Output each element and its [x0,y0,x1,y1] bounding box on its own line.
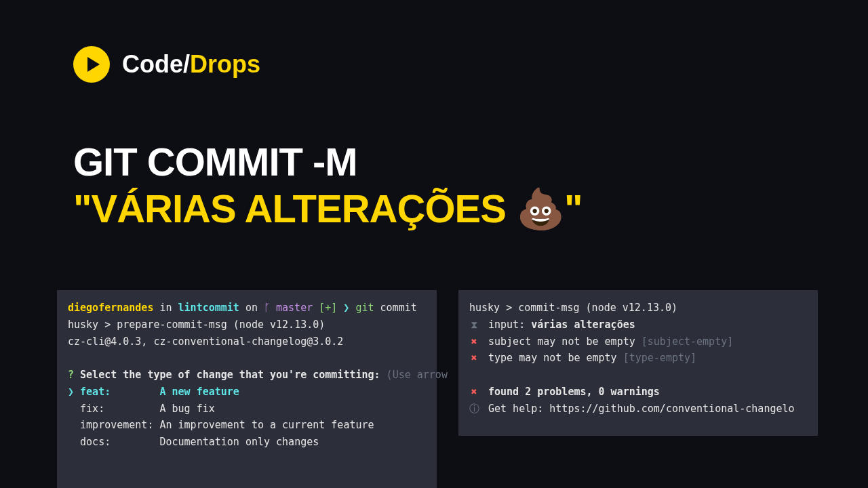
option-docs[interactable]: docs: Documentation only changes [68,434,426,451]
cross-icon: ✖ [469,333,479,350]
error-type: ✖type may not be empty [type-empty] [469,350,807,367]
page-title: GIT COMMIT -M "VÁRIAS ALTERAÇÕES 💩" [73,139,582,232]
husky-line: husky > prepare-commit-msg (node v12.13.… [68,317,426,333]
play-icon [73,46,110,83]
cross-icon: ✖ [469,350,479,367]
title-line-2: "VÁRIAS ALTERAÇÕES 💩" [73,186,582,232]
question-line: ? Select the type of change that you're … [68,367,426,384]
input-mark-icon: ⧗ [469,317,479,333]
option-fix[interactable]: fix: A bug fix [68,401,426,418]
logo: Code/Drops [73,46,260,83]
input-line: ⧗input: várias alterações [469,317,807,333]
cross-icon: ✖ [469,384,479,401]
option-improvement[interactable]: improvement: An improvement to a current… [68,417,426,434]
error-subject: ✖subject may not be empty [subject-empty… [469,333,807,350]
title-line-1: GIT COMMIT -M [73,139,582,184]
option-feat[interactable]: ❯ feat: A new feature [68,384,426,401]
prompt-line: diegofernandes in lintcommit on ᚵ master… [68,300,426,317]
info-icon: ⓘ [469,401,479,418]
husky-header: husky > commit-msg (node v12.13.0) [469,300,807,317]
terminal-right: husky > commit-msg (node v12.13.0) ⧗inpu… [458,290,818,436]
cz-line: cz-cli@4.0.3, cz-conventional-changelog@… [68,333,426,350]
help-line: ⓘGet help: https://github.com/convention… [469,401,807,418]
summary-line: ✖found 2 problems, 0 warnings [469,384,807,401]
terminal-left: diegofernandes in lintcommit on ᚵ master… [57,290,437,488]
logo-text: Code/Drops [122,50,260,79]
